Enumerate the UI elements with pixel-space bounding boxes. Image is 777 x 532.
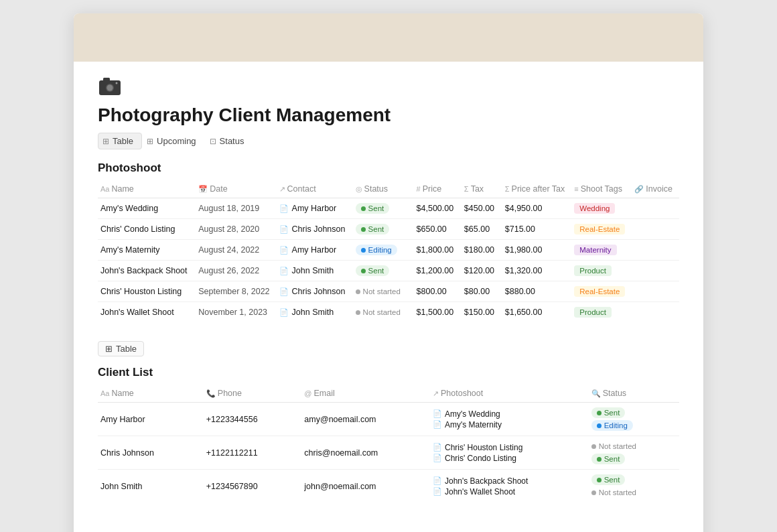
contact-file-icon: 📄: [279, 308, 289, 317]
cell-price: $1,200.00: [414, 261, 462, 281]
th-status: ◎Status: [353, 182, 414, 198]
status-stack: SentNot started: [591, 474, 673, 498]
contact-name: Amy Harbor: [292, 245, 337, 255]
table-row[interactable]: Amy's Maternity August 24, 2022 📄 Amy Ha…: [98, 240, 679, 261]
status-dot: [361, 269, 366, 273]
cell-tax: $65.00: [462, 219, 502, 240]
photoshoot-section-title: Photoshoot: [98, 161, 679, 175]
cell-tax: $150.00: [462, 302, 502, 323]
table-row[interactable]: Chris' Condo Listing August 28, 2020 📄 C…: [98, 219, 679, 240]
photoshoot-name: Amy's Wedding: [445, 409, 500, 419]
table-row[interactable]: John's Backpack Shoot August 26, 2022 📄 …: [98, 261, 679, 281]
table-row[interactable]: Chris' Houston Listing September 8, 2022…: [98, 281, 679, 302]
cl-th-phone: 📞Phone: [204, 386, 302, 403]
cell-contact: 📄 Amy Harbor: [277, 198, 353, 219]
photoshoot-item: 📄 John's Backpack Shoot: [433, 476, 582, 486]
cell-tax: $450.00: [462, 198, 502, 219]
app-icon: [98, 74, 679, 101]
client-status-badge: Sent: [591, 454, 673, 464]
photoshoot-table-body: Amy's Wedding August 18, 2019 📄 Amy Harb…: [98, 198, 679, 323]
table-row[interactable]: John's Wallet Shoot November 1, 2023 📄 J…: [98, 302, 679, 323]
cell-invoice: [632, 198, 679, 219]
client-section-title: Client List: [98, 366, 679, 379]
table-row[interactable]: Chris Johnson +1122112211 chris@noemail.…: [98, 436, 679, 470]
contact-file-icon: 📄: [279, 225, 289, 234]
client-table-view-label[interactable]: ⊞ Table: [98, 341, 144, 356]
status-dot: [361, 206, 366, 211]
table-icon: ⊞: [102, 137, 109, 146]
cell-name: John's Wallet Shoot: [98, 302, 196, 323]
client-status-badge: Not started: [591, 441, 673, 452]
contact-name: Chris Johnson: [292, 224, 346, 234]
th-tax: ΣTax: [462, 182, 502, 198]
cell-date: August 18, 2019: [196, 198, 276, 219]
table-row[interactable]: John Smith +1234567890 john@noemail.com …: [98, 470, 679, 503]
client-table-body: Amy Harbor +1223344556 amy@noemail.com 📄…: [98, 403, 679, 503]
cell-contact: 📄 John Smith: [277, 302, 353, 323]
status-badge: Sent: [356, 224, 390, 235]
cell-date: August 26, 2022: [196, 261, 276, 281]
upcoming-icon: ⊞: [147, 137, 153, 146]
photoshoot-name: Chris' Houston Listing: [445, 443, 522, 452]
cell-invoice: [632, 302, 679, 323]
cell-status: Not started: [353, 281, 414, 302]
cl-cell-statuses: SentNot started: [589, 470, 679, 503]
th-invoice: 🔗Invoice: [632, 182, 679, 198]
photoshoot-table-header: AaName 📅Date ↗Contact ◎Status #Price: [98, 182, 679, 198]
cl-cell-name: John Smith: [98, 470, 204, 503]
cell-tag: Wedding: [571, 198, 632, 219]
cell-tag: Product: [571, 261, 632, 281]
photoshoot-cell: 📄 Chris' Houston Listing 📄 Chris' Condo …: [433, 443, 582, 463]
cl-cell-name: Amy Harbor: [98, 403, 204, 436]
svg-point-3: [107, 85, 113, 91]
tab-table-label: Table: [113, 136, 133, 146]
cl-cell-email: amy@noemail.com: [301, 403, 430, 436]
photoshoot-item: 📄 John's Wallet Shoot: [433, 487, 582, 496]
cl-cell-statuses: SentEditing: [589, 403, 679, 436]
table-view-icon: ⊞: [105, 344, 113, 354]
tab-table[interactable]: ⊞ Table: [98, 133, 142, 149]
photoshoot-file-icon: 📄: [433, 476, 442, 485]
cell-price-after-tax: $4,950.00: [502, 198, 571, 219]
photoshoot-cell: 📄 Amy's Wedding 📄 Amy's Maternity: [433, 409, 582, 429]
table-row[interactable]: Amy Harbor +1223344556 amy@noemail.com 📄…: [98, 403, 679, 436]
contact-file-icon: 📄: [279, 287, 289, 296]
cl-cell-email: john@noemail.com: [301, 470, 430, 503]
status-badge: Editing: [356, 245, 397, 255]
th-price-after-tax: ΣPrice after Tax: [502, 182, 571, 198]
tag-badge: Real-Estate: [574, 286, 625, 297]
cell-tag: Real-Estate: [571, 219, 632, 240]
status-stack: SentEditing: [591, 407, 673, 431]
status-dot: [361, 227, 366, 232]
cell-price-after-tax: $1,980.00: [502, 240, 571, 261]
cell-invoice: [632, 240, 679, 261]
content-area: Photography Client Management ⊞ Table ⊞ …: [74, 62, 703, 532]
status-dot: [356, 289, 360, 294]
cell-price: $1,500.00: [414, 302, 462, 323]
contact-name: Chris Johnson: [292, 287, 346, 296]
cell-status: Not started: [353, 302, 414, 323]
app-window: Photography Client Management ⊞ Table ⊞ …: [74, 13, 703, 532]
client-table-header: AaName 📞Phone @Email ↗Photoshoot 🔍Status: [98, 386, 679, 403]
cell-tag: Maternity: [571, 240, 632, 261]
tab-status[interactable]: ⊡ Status: [205, 133, 253, 149]
cell-invoice: [632, 281, 679, 302]
contact-name: John Smith: [292, 308, 334, 317]
photoshoot-item: 📄 Amy's Wedding: [433, 409, 582, 419]
photoshoot-name: John's Wallet Shoot: [445, 487, 515, 496]
cell-price: $4,500.00: [414, 198, 462, 219]
header-banner: [74, 13, 703, 62]
table-row[interactable]: Amy's Wedding August 18, 2019 📄 Amy Harb…: [98, 198, 679, 219]
tab-upcoming[interactable]: ⊞ Upcoming: [142, 133, 205, 149]
cell-date: November 1, 2023: [196, 302, 276, 323]
cell-status: Sent: [353, 261, 414, 281]
cl-th-status: 🔍Status: [589, 386, 679, 403]
contact-name: John Smith: [292, 266, 334, 275]
cell-contact: 📄 John Smith: [277, 261, 353, 281]
cell-status: Sent: [353, 219, 414, 240]
cell-date: August 28, 2020: [196, 219, 276, 240]
tab-status-label: Status: [220, 136, 244, 146]
status-badge: Not started: [356, 307, 406, 318]
photoshoot-table: AaName 📅Date ↗Contact ◎Status #Price: [98, 182, 679, 322]
cell-tax: $120.00: [462, 261, 502, 281]
